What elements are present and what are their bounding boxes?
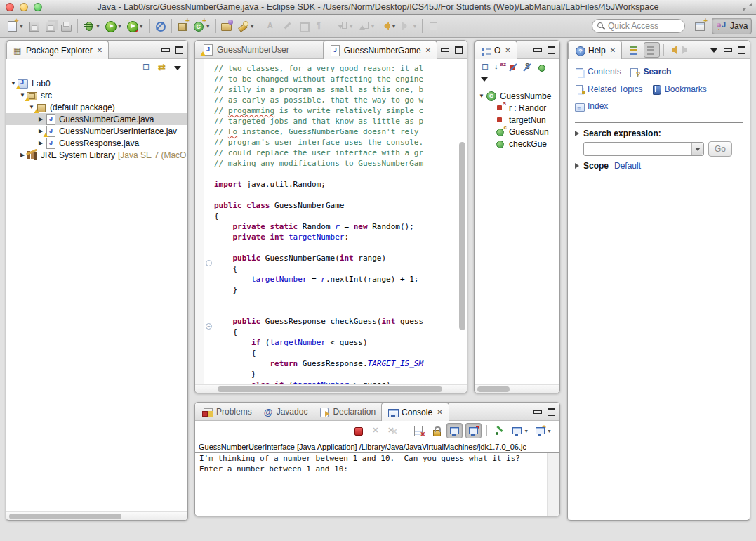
close-icon[interactable]: ✕ <box>97 46 102 54</box>
search-expression-combo[interactable] <box>583 142 704 156</box>
expanded-arrow-icon[interactable]: ▼ <box>477 93 486 99</box>
skip-breakpoints-button[interactable] <box>153 19 168 33</box>
minimize-view-icon[interactable] <box>533 48 542 52</box>
console-scroll-track[interactable] <box>547 453 559 516</box>
resize-grip-icon[interactable] <box>743 3 752 11</box>
chevron-down-icon[interactable]: ▼ <box>19 24 24 29</box>
outline-hscrollbar[interactable] <box>475 384 559 393</box>
display-console-button[interactable]: ▼ <box>510 424 530 438</box>
chevron-down-icon[interactable]: ▼ <box>392 24 397 29</box>
pin-console-button[interactable] <box>492 424 507 438</box>
tab-guessnumberuser[interactable]: GuessNumberUser <box>195 41 295 58</box>
show-search-results-button[interactable] <box>644 42 660 58</box>
maximize-view-icon[interactable] <box>175 46 183 54</box>
debug-button[interactable]: ▼ <box>81 19 102 33</box>
outline-item[interactable]: ▼GuessNumbe <box>475 90 559 102</box>
tab-outline[interactable]: O ✕ <box>475 41 517 59</box>
close-icon[interactable]: ✕ <box>437 408 442 416</box>
close-icon[interactable]: ✕ <box>425 46 431 54</box>
outline-item[interactable]: GuessNun <box>475 126 559 138</box>
open-resource-button[interactable] <box>220 19 234 33</box>
console-output[interactable]: I'm thinking of a number between 1 and 1… <box>195 453 559 516</box>
scope-header[interactable]: Scope Default <box>575 161 743 171</box>
hide-non-public-members-icon[interactable] <box>536 62 548 73</box>
clear-console-button[interactable] <box>411 424 426 438</box>
tab-problems[interactable]: Problems <box>195 403 258 420</box>
package-explorer-hscrollbar[interactable] <box>6 511 187 520</box>
chevron-down-icon[interactable]: ▼ <box>250 24 255 29</box>
help-link-bookmarks[interactable]: Bookmarks <box>652 82 707 97</box>
open-perspective-button[interactable] <box>691 18 710 34</box>
scrollbar-thumb[interactable] <box>477 386 510 392</box>
maximize-view-icon[interactable] <box>548 46 555 54</box>
chevron-down-icon[interactable] <box>691 143 703 155</box>
chevron-down-icon[interactable]: ▼ <box>547 429 552 434</box>
help-link-contents[interactable]: Contents <box>575 65 621 79</box>
show-stderr-button[interactable] <box>465 423 482 438</box>
minimize-view-icon[interactable] <box>724 48 732 52</box>
maximize-view-icon[interactable] <box>455 46 463 54</box>
scrollbar-thumb[interactable] <box>9 514 121 519</box>
collapsed-arrow-icon[interactable]: ▶ <box>37 116 45 122</box>
tab-declaration[interactable]: Declaration <box>313 403 381 420</box>
package-explorer-item[interactable]: ▼Lab0 <box>6 77 187 89</box>
new-wizard-button[interactable]: ▼ <box>5 19 25 33</box>
minimize-view-icon[interactable] <box>161 48 170 52</box>
terminate-button[interactable] <box>351 424 366 438</box>
help-link-search[interactable]: Search <box>630 65 671 79</box>
tab-help[interactable]: Help ✕ <box>568 41 622 59</box>
chevron-down-icon[interactable]: ▼ <box>524 429 529 434</box>
new-java-class-button[interactable]: ▼ <box>192 19 212 33</box>
open-console-button[interactable]: ▼ <box>533 424 553 438</box>
scope-value-link[interactable]: Default <box>614 161 641 171</box>
tab-guessnumbergame[interactable]: GuessNumberGame ✕ <box>323 41 437 59</box>
link-with-editor-icon[interactable] <box>157 62 169 73</box>
back-button[interactable]: ▼ <box>378 20 398 32</box>
hide-fields-icon[interactable] <box>508 62 520 73</box>
back-icon[interactable] <box>668 45 679 55</box>
code-editor[interactable]: // two classes, for a very good reason: … <box>195 59 467 386</box>
go-button[interactable]: Go <box>708 141 732 157</box>
collapse-all-icon[interactable] <box>480 62 492 73</box>
outline-item[interactable]: targetNun <box>475 114 559 126</box>
show-all-topics-button[interactable] <box>628 43 642 57</box>
show-stdout-button[interactable] <box>446 423 463 438</box>
view-menu-icon[interactable] <box>480 76 489 82</box>
java-perspective-button[interactable]: Java <box>712 18 752 34</box>
collapsed-arrow-icon[interactable]: ▶ <box>18 152 27 158</box>
tab-package-explorer[interactable]: Package Explorer ✕ <box>6 41 109 59</box>
package-explorer-item[interactable]: ▶GuessNumberUserInterface.jav <box>6 125 187 137</box>
help-link-index[interactable]: Index <box>575 99 608 114</box>
help-link-related-topics[interactable]: Related Topics <box>575 82 643 97</box>
chevron-down-icon[interactable]: ▼ <box>117 24 122 29</box>
minimize-view-icon[interactable] <box>533 410 542 414</box>
collapse-fold-icon[interactable]: − <box>206 260 212 266</box>
editor-hscrollbar[interactable] <box>195 384 467 393</box>
package-explorer-item[interactable]: ▶GuessNumberGame.java <box>6 113 187 125</box>
run-button[interactable]: ▼ <box>103 19 124 33</box>
new-java-package-button[interactable] <box>175 19 190 33</box>
tab-javadoc[interactable]: Javadoc <box>258 403 314 420</box>
quick-access-input[interactable]: Quick Access <box>592 19 685 33</box>
run-external-button[interactable]: ▼ <box>125 19 145 33</box>
outline-item[interactable]: r : Randor <box>475 102 559 114</box>
package-explorer-item[interactable]: ▶JRE System Library[Java SE 7 (MacOS <box>6 149 187 161</box>
collapsed-arrow-icon[interactable]: ▶ <box>37 140 45 146</box>
sort-icon[interactable] <box>494 62 506 73</box>
close-icon[interactable]: ✕ <box>505 46 510 54</box>
scroll-lock-button[interactable] <box>429 424 444 438</box>
view-menu-icon[interactable] <box>710 47 718 53</box>
hide-static-members-icon[interactable] <box>522 62 534 73</box>
chevron-down-icon[interactable]: ▼ <box>139 24 144 29</box>
scrollbar-thumb[interactable] <box>218 386 442 392</box>
editor-vscrollbar-thumb[interactable] <box>459 142 465 330</box>
minimize-view-icon[interactable] <box>441 48 449 52</box>
outline-item[interactable]: checkGue <box>475 138 559 150</box>
chevron-down-icon[interactable]: ▼ <box>95 24 100 29</box>
package-explorer-item[interactable]: ▶GuessResponse.java <box>6 137 187 149</box>
maximize-view-icon[interactable] <box>738 46 745 54</box>
view-menu-icon[interactable] <box>173 65 182 70</box>
search-tool-button[interactable]: ▼ <box>236 19 256 33</box>
collapse-all-icon[interactable] <box>141 62 153 73</box>
package-explorer-item[interactable]: ▼(default package) <box>6 101 187 113</box>
